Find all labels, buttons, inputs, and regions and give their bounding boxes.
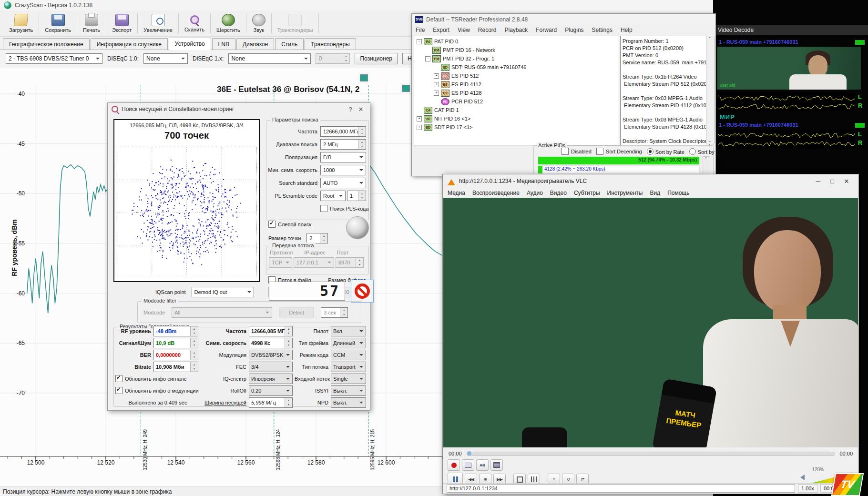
tree-expander[interactable]: + bbox=[434, 82, 439, 87]
menu-item[interactable]: Медиа bbox=[448, 190, 465, 196]
tree-item[interactable]: SD SDT: RUS-059 main +79160746 bbox=[414, 63, 619, 71]
tree-item[interactable]: + NI NIT PID 16 <1> bbox=[414, 114, 619, 123]
tree-expander[interactable]: + bbox=[417, 116, 422, 121]
menu-item[interactable]: Аудио bbox=[527, 190, 543, 196]
menu-item[interactable]: Record bbox=[478, 27, 497, 33]
snapshot-button[interactable] bbox=[462, 459, 474, 471]
fec-select[interactable]: 3/4 bbox=[249, 362, 293, 372]
npd-select[interactable]: Выкл. bbox=[331, 397, 366, 408]
pid-rate-row[interactable]: 512 (94.74% - 10.32 Mbps) bbox=[538, 156, 700, 165]
position-spinner[interactable]: 0 bbox=[316, 53, 350, 64]
tab[interactable]: LNB bbox=[212, 38, 235, 50]
dialog-help-button[interactable]: ? bbox=[345, 106, 356, 113]
ab-loop-button[interactable]: AB bbox=[476, 459, 489, 471]
tab[interactable]: Диапазон bbox=[236, 38, 274, 50]
stop-button[interactable] bbox=[351, 280, 374, 303]
toolbar-button[interactable]: Печать bbox=[79, 13, 104, 34]
toolbar-button[interactable]: Шерстить bbox=[212, 13, 245, 34]
minimize-button[interactable]: ─ bbox=[811, 178, 825, 185]
maximize-button[interactable]: □ bbox=[825, 178, 839, 185]
menu-item[interactable]: Settings bbox=[592, 27, 613, 33]
toolbar-button[interactable]: Загрузить bbox=[5, 13, 37, 34]
frame-type-select[interactable]: Длинный bbox=[331, 338, 366, 348]
range-spinner[interactable]: 2 МГц bbox=[320, 139, 366, 150]
info-scrollbar[interactable] bbox=[706, 36, 715, 144]
blind-search-checkbox[interactable]: Слепой поиск bbox=[268, 221, 311, 228]
min-symrate-select[interactable]: 1000 bbox=[320, 165, 366, 175]
toolbar-button[interactable]: Экспорт bbox=[108, 13, 136, 34]
menu-item[interactable]: Вид bbox=[650, 190, 660, 196]
menu-item[interactable]: View bbox=[458, 27, 470, 33]
tree-item[interactable]: + ES ES PID 512 bbox=[414, 71, 619, 80]
tree-expander[interactable]: - bbox=[425, 56, 430, 61]
toolbar-button[interactable]: Сканить bbox=[180, 13, 209, 33]
pls-value-spinner[interactable]: 1 bbox=[347, 191, 366, 201]
menu-item[interactable]: Видео bbox=[550, 190, 567, 196]
stream-type-select[interactable]: Transport bbox=[331, 362, 366, 372]
ber-field[interactable]: 0,0000000 bbox=[153, 350, 198, 360]
menu-item[interactable]: Export bbox=[433, 27, 449, 33]
update-signal-checkbox[interactable]: Обновлять инфо сигнале bbox=[115, 375, 200, 382]
iq-spectrum-select[interactable]: Инверсия bbox=[249, 374, 293, 384]
pilot-select[interactable]: Вкл. bbox=[331, 326, 366, 336]
toolbar-button[interactable]: Сохранить bbox=[41, 13, 75, 34]
tree-expander[interactable]: + bbox=[417, 125, 422, 130]
transponder-marker[interactable] bbox=[360, 74, 368, 81]
pid-rate-row[interactable]: 4128 (2.42% ~ 263.20 Kbps) bbox=[538, 165, 700, 174]
tab[interactable]: Транспондеры bbox=[305, 38, 356, 50]
menu-item[interactable]: Помощь bbox=[667, 190, 689, 196]
pid-bars-scrollbar[interactable] bbox=[703, 156, 710, 176]
ip-select[interactable]: 127.0.0.1 bbox=[294, 257, 334, 268]
tree-item[interactable]: - PA PAT PID 0 bbox=[414, 37, 619, 46]
disabled-checkbox[interactable]: Disabled bbox=[562, 148, 592, 155]
symrate-field[interactable]: 4998 Кс bbox=[249, 338, 293, 348]
issyi-select[interactable]: Выкл. bbox=[331, 385, 366, 396]
rf-level-field[interactable]: -48 dBm bbox=[153, 326, 198, 336]
sort-by-rate-radio[interactable]: Sort by Rate bbox=[647, 148, 684, 155]
port-spinner[interactable]: 6970 bbox=[336, 257, 364, 268]
menu-item[interactable]: File bbox=[416, 27, 425, 33]
tree-expander[interactable]: - bbox=[417, 39, 422, 44]
carrier-width-field[interactable]: 5,998 МГц bbox=[249, 397, 293, 408]
carrier-width-label[interactable]: Ширина несущей bbox=[200, 400, 249, 405]
detect-button[interactable]: Detect bbox=[279, 307, 314, 318]
tree-item[interactable]: PM PMT PID 16 - Network bbox=[414, 46, 619, 54]
close-button[interactable]: ✕ bbox=[839, 178, 854, 185]
transponder-marker[interactable] bbox=[402, 85, 410, 92]
input-stream-select[interactable]: Single bbox=[331, 374, 366, 384]
tab[interactable]: Стиль bbox=[275, 38, 304, 50]
tree-expander[interactable]: + bbox=[434, 73, 439, 79]
tab[interactable]: Устройство bbox=[169, 38, 211, 50]
menu-item[interactable]: Plugins bbox=[565, 27, 583, 33]
result-freq-field[interactable]: 12666,085 МГц bbox=[249, 326, 293, 336]
tab[interactable]: Географическое положение bbox=[3, 38, 90, 50]
seek-slider[interactable] bbox=[467, 452, 835, 456]
record-button[interactable] bbox=[448, 459, 460, 471]
dot-size-spinner[interactable]: 2 bbox=[306, 233, 328, 243]
sort-descending-checkbox[interactable]: Sort Decending bbox=[596, 148, 642, 155]
menu-item[interactable]: Воспроизведение bbox=[472, 190, 520, 196]
iqscan-select[interactable]: Demod IQ out bbox=[192, 287, 254, 297]
stream-url[interactable]: http://127.0.0.1:1234 bbox=[447, 484, 795, 493]
snr-field[interactable]: 10,9 dB bbox=[153, 338, 198, 348]
tree-item[interactable]: + ES ES PID 4128 bbox=[414, 89, 619, 97]
toolbar-button[interactable]: Транспондеры bbox=[273, 13, 317, 34]
tree-item[interactable]: CA CAT PID 1 bbox=[414, 106, 619, 114]
menu-item[interactable]: Субтитры bbox=[574, 190, 600, 196]
positioner-button[interactable]: Позиционер bbox=[355, 53, 398, 64]
code-mode-select[interactable]: CCM bbox=[331, 350, 366, 360]
polarization-select[interactable]: Г/Л bbox=[320, 152, 366, 162]
sort-by-pid-radio[interactable]: Sort by PID bbox=[689, 148, 716, 155]
tree-expander[interactable]: + bbox=[434, 91, 439, 96]
tree-item[interactable]: PC PCR PID 512 bbox=[414, 97, 619, 106]
dialog-close-button[interactable]: ✕ bbox=[356, 106, 366, 113]
playback-speed[interactable]: 1.00x bbox=[798, 484, 817, 493]
protocol-select[interactable]: TCP bbox=[269, 257, 292, 268]
menu-item[interactable]: Help bbox=[621, 27, 633, 33]
search-standard-select[interactable]: AUTO bbox=[320, 178, 366, 188]
update-modulation-checkbox[interactable]: Обновлять инфо о модуляции bbox=[115, 387, 200, 394]
menu-item[interactable]: Forward bbox=[536, 27, 557, 33]
menu-item[interactable]: Playback bbox=[505, 27, 528, 33]
modcode-select[interactable]: All bbox=[172, 307, 272, 318]
tuner-select[interactable]: 2 - TBS 6908 DVBS/S2 Tuner 0 bbox=[6, 53, 102, 64]
